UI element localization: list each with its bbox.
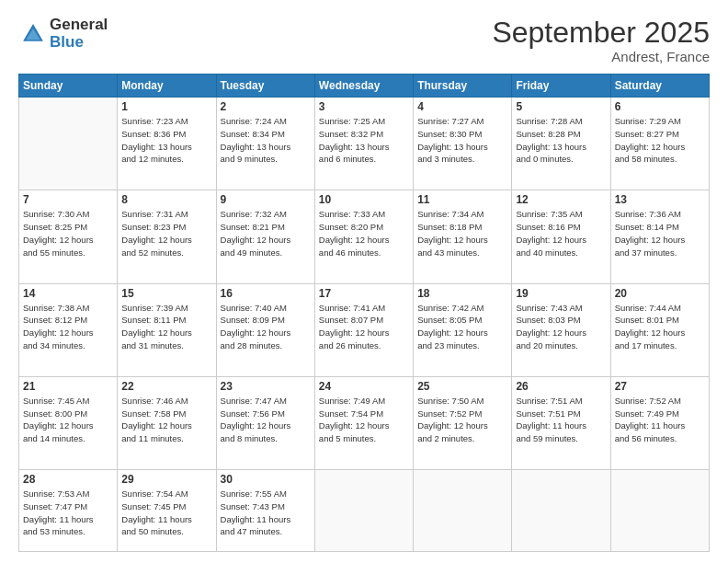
title-block: September 2025 Andrest, France bbox=[492, 17, 710, 64]
day-number: 5 bbox=[516, 100, 606, 113]
logo-text: General Blue bbox=[50, 17, 108, 51]
day-info: Sunrise: 7:44 AMSunset: 8:01 PMDaylight:… bbox=[615, 302, 705, 352]
day-number: 29 bbox=[121, 473, 211, 486]
table-row: 18Sunrise: 7:42 AMSunset: 8:05 PMDayligh… bbox=[414, 283, 512, 376]
logo-blue: Blue bbox=[50, 34, 108, 52]
day-info: Sunrise: 7:52 AMSunset: 7:49 PMDaylight:… bbox=[615, 395, 705, 445]
table-row: 21Sunrise: 7:45 AMSunset: 8:00 PMDayligh… bbox=[19, 376, 118, 469]
header-saturday: Saturday bbox=[610, 75, 709, 98]
day-info: Sunrise: 7:51 AMSunset: 7:51 PMDaylight:… bbox=[516, 395, 606, 445]
day-number: 7 bbox=[23, 193, 113, 206]
day-info: Sunrise: 7:41 AMSunset: 8:07 PMDaylight:… bbox=[319, 302, 409, 352]
table-row bbox=[414, 470, 512, 552]
day-info: Sunrise: 7:32 AMSunset: 8:21 PMDaylight:… bbox=[221, 208, 311, 259]
day-number: 26 bbox=[516, 380, 606, 393]
day-info: Sunrise: 7:45 AMSunset: 8:00 PMDaylight:… bbox=[23, 395, 113, 445]
day-number: 30 bbox=[221, 473, 311, 486]
day-number: 3 bbox=[319, 100, 409, 113]
table-row: 23Sunrise: 7:47 AMSunset: 7:56 PMDayligh… bbox=[216, 376, 314, 469]
table-row: 22Sunrise: 7:46 AMSunset: 7:58 PMDayligh… bbox=[118, 376, 216, 469]
day-number: 6 bbox=[615, 100, 705, 113]
day-info: Sunrise: 7:38 AMSunset: 8:12 PMDaylight:… bbox=[23, 302, 113, 352]
day-number: 21 bbox=[23, 380, 113, 393]
table-row bbox=[512, 470, 610, 552]
calendar-row: 21Sunrise: 7:45 AMSunset: 8:00 PMDayligh… bbox=[19, 376, 710, 469]
day-info: Sunrise: 7:28 AMSunset: 8:28 PMDaylight:… bbox=[516, 115, 606, 166]
table-row: 24Sunrise: 7:49 AMSunset: 7:54 PMDayligh… bbox=[314, 376, 413, 469]
table-row: 7Sunrise: 7:30 AMSunset: 8:25 PMDaylight… bbox=[19, 190, 118, 283]
header-monday: Monday bbox=[118, 75, 216, 98]
table-row: 17Sunrise: 7:41 AMSunset: 8:07 PMDayligh… bbox=[314, 283, 413, 376]
logo-icon bbox=[20, 21, 46, 47]
day-info: Sunrise: 7:29 AMSunset: 8:27 PMDaylight:… bbox=[615, 115, 705, 166]
header-thursday: Thursday bbox=[414, 75, 512, 98]
day-number: 17 bbox=[319, 287, 409, 300]
header-wednesday: Wednesday bbox=[314, 75, 413, 98]
day-number: 11 bbox=[417, 193, 507, 206]
day-info: Sunrise: 7:47 AMSunset: 7:56 PMDaylight:… bbox=[221, 395, 311, 445]
day-info: Sunrise: 7:25 AMSunset: 8:32 PMDaylight:… bbox=[319, 115, 409, 166]
header-tuesday: Tuesday bbox=[216, 75, 314, 98]
day-number: 2 bbox=[221, 100, 311, 113]
day-number: 15 bbox=[121, 287, 211, 300]
day-number: 9 bbox=[221, 193, 311, 206]
table-row: 1Sunrise: 7:23 AMSunset: 8:36 PMDaylight… bbox=[118, 98, 216, 190]
logo: General Blue bbox=[18, 17, 108, 51]
table-row: 19Sunrise: 7:43 AMSunset: 8:03 PMDayligh… bbox=[512, 283, 610, 376]
calendar-table: Sunday Monday Tuesday Wednesday Thursday… bbox=[18, 74, 710, 552]
page: General Blue September 2025 Andrest, Fra… bbox=[0, 0, 728, 563]
day-info: Sunrise: 7:27 AMSunset: 8:30 PMDaylight:… bbox=[417, 115, 507, 166]
calendar-row: 7Sunrise: 7:30 AMSunset: 8:25 PMDaylight… bbox=[19, 190, 710, 283]
day-number: 1 bbox=[121, 100, 211, 113]
day-number: 18 bbox=[417, 287, 507, 300]
table-row: 27Sunrise: 7:52 AMSunset: 7:49 PMDayligh… bbox=[610, 376, 709, 469]
day-info: Sunrise: 7:35 AMSunset: 8:16 PMDaylight:… bbox=[516, 208, 606, 259]
table-row: 20Sunrise: 7:44 AMSunset: 8:01 PMDayligh… bbox=[610, 283, 709, 376]
day-number: 24 bbox=[319, 380, 409, 393]
header: General Blue September 2025 Andrest, Fra… bbox=[18, 17, 710, 64]
day-number: 16 bbox=[221, 287, 311, 300]
day-number: 20 bbox=[615, 287, 705, 300]
table-row bbox=[610, 470, 709, 552]
table-row: 3Sunrise: 7:25 AMSunset: 8:32 PMDaylight… bbox=[314, 98, 413, 190]
day-info: Sunrise: 7:36 AMSunset: 8:14 PMDaylight:… bbox=[615, 208, 705, 259]
logo-general: General bbox=[50, 17, 108, 34]
day-info: Sunrise: 7:31 AMSunset: 8:23 PMDaylight:… bbox=[121, 208, 211, 259]
day-info: Sunrise: 7:53 AMSunset: 7:47 PMDaylight:… bbox=[23, 488, 113, 538]
day-number: 10 bbox=[319, 193, 409, 206]
day-number: 8 bbox=[121, 193, 211, 206]
day-info: Sunrise: 7:40 AMSunset: 8:09 PMDaylight:… bbox=[221, 302, 311, 352]
day-info: Sunrise: 7:39 AMSunset: 8:11 PMDaylight:… bbox=[121, 302, 211, 352]
day-number: 19 bbox=[516, 287, 606, 300]
table-row: 16Sunrise: 7:40 AMSunset: 8:09 PMDayligh… bbox=[216, 283, 314, 376]
calendar-row: 14Sunrise: 7:38 AMSunset: 8:12 PMDayligh… bbox=[19, 283, 710, 376]
table-row: 5Sunrise: 7:28 AMSunset: 8:28 PMDaylight… bbox=[512, 98, 610, 190]
day-number: 12 bbox=[516, 193, 606, 206]
day-info: Sunrise: 7:23 AMSunset: 8:36 PMDaylight:… bbox=[121, 115, 211, 166]
calendar-body: 1Sunrise: 7:23 AMSunset: 8:36 PMDaylight… bbox=[19, 98, 710, 552]
day-info: Sunrise: 7:42 AMSunset: 8:05 PMDaylight:… bbox=[417, 302, 507, 352]
day-info: Sunrise: 7:33 AMSunset: 8:20 PMDaylight:… bbox=[319, 208, 409, 259]
table-row: 8Sunrise: 7:31 AMSunset: 8:23 PMDaylight… bbox=[118, 190, 216, 283]
day-number: 13 bbox=[615, 193, 705, 206]
table-row: 30Sunrise: 7:55 AMSunset: 7:43 PMDayligh… bbox=[216, 470, 314, 552]
day-number: 22 bbox=[121, 380, 211, 393]
table-row: 29Sunrise: 7:54 AMSunset: 7:45 PMDayligh… bbox=[118, 470, 216, 552]
table-row: 14Sunrise: 7:38 AMSunset: 8:12 PMDayligh… bbox=[19, 283, 118, 376]
day-info: Sunrise: 7:24 AMSunset: 8:34 PMDaylight:… bbox=[221, 115, 311, 166]
table-row: 10Sunrise: 7:33 AMSunset: 8:20 PMDayligh… bbox=[314, 190, 413, 283]
calendar-header: Sunday Monday Tuesday Wednesday Thursday… bbox=[19, 75, 710, 98]
title-location: Andrest, France bbox=[492, 49, 710, 64]
day-number: 25 bbox=[417, 380, 507, 393]
table-row bbox=[19, 98, 118, 190]
day-number: 28 bbox=[23, 473, 113, 486]
table-row: 6Sunrise: 7:29 AMSunset: 8:27 PMDaylight… bbox=[610, 98, 709, 190]
day-info: Sunrise: 7:54 AMSunset: 7:45 PMDaylight:… bbox=[121, 488, 211, 538]
day-number: 14 bbox=[23, 287, 113, 300]
header-row: Sunday Monday Tuesday Wednesday Thursday… bbox=[19, 75, 710, 98]
calendar-row: 28Sunrise: 7:53 AMSunset: 7:47 PMDayligh… bbox=[19, 470, 710, 552]
table-row: 28Sunrise: 7:53 AMSunset: 7:47 PMDayligh… bbox=[19, 470, 118, 552]
table-row: 9Sunrise: 7:32 AMSunset: 8:21 PMDaylight… bbox=[216, 190, 314, 283]
table-row: 25Sunrise: 7:50 AMSunset: 7:52 PMDayligh… bbox=[414, 376, 512, 469]
day-info: Sunrise: 7:50 AMSunset: 7:52 PMDaylight:… bbox=[417, 395, 507, 445]
